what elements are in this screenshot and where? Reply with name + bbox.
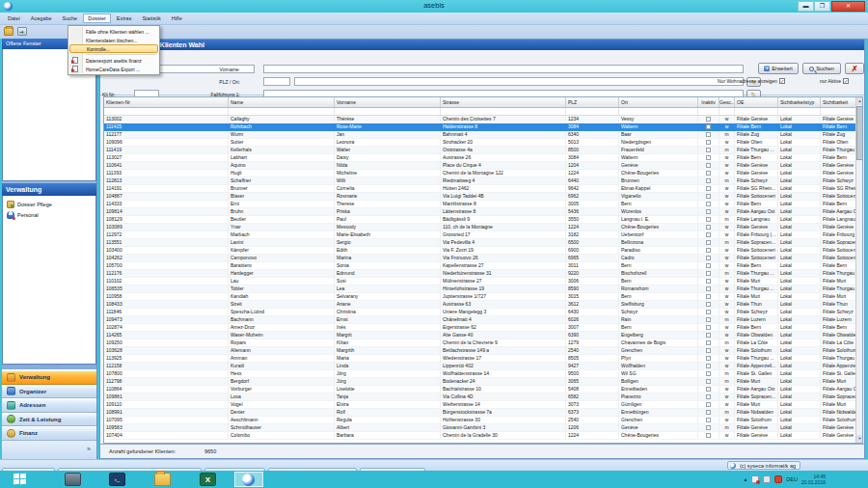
- inaktiv-checkbox[interactable]: [706, 364, 711, 368]
- table-row[interactable]: 103089 Ynar Messody 110, ch de la Montag…: [104, 224, 856, 231]
- inaktiv-checkbox[interactable]: [706, 186, 711, 191]
- inaktiv-checkbox[interactable]: [706, 402, 711, 407]
- inaktiv-checkbox[interactable]: [706, 425, 711, 430]
- column-header-strasse[interactable]: Strasse: [441, 97, 566, 107]
- inaktiv-checkbox[interactable]: [706, 163, 711, 168]
- aktive-checkbox[interactable]: ✓: [843, 78, 849, 84]
- table-row[interactable]: 113027 Labhart Daisy Austrasse 26 3084 W…: [104, 154, 856, 162]
- forward-window-icon[interactable]: [17, 27, 27, 36]
- table-row[interactable]: 109814 Bruhn Priska Lättenstrasse 8 5436…: [104, 208, 856, 216]
- plz-input[interactable]: [263, 77, 290, 86]
- inaktiv-checkbox[interactable]: [706, 379, 711, 384]
- excel-icon[interactable]: X: [200, 473, 216, 486]
- inaktiv-checkbox[interactable]: [706, 371, 711, 376]
- tray-network-icon[interactable]: [751, 475, 759, 483]
- ort-input[interactable]: [294, 77, 744, 86]
- table-row[interactable]: 109110 Vogel Elvira Weiherstrasse 14 307…: [104, 401, 856, 409]
- inaktiv-checkbox[interactable]: [706, 348, 711, 353]
- inaktiv-checkbox[interactable]: [706, 418, 711, 422]
- column-header-sichtbarkeitstyp[interactable]: Sichtbarkeitstyp: [778, 97, 821, 107]
- table-row[interactable]: 110864 Vorburger Liselotte Bachtalstrass…: [104, 386, 856, 393]
- table-row[interactable]: 102874 Amez-Droz Inès Eigerstrasse 62 30…: [104, 324, 856, 332]
- table-row[interactable]: 113925 Amman Marta Wiedenstrasse 17 8505…: [104, 355, 856, 363]
- table-row[interactable]: 113551 Lanini Sergio Via Pedevilla 4 650…: [104, 239, 856, 247]
- inaktiv-checkbox[interactable]: [706, 333, 711, 338]
- scroll-up-arrow[interactable]: ▲: [856, 97, 863, 105]
- inaktiv-checkbox[interactable]: [706, 271, 711, 276]
- inaktiv-checkbox[interactable]: [706, 387, 711, 392]
- table-row[interactable]: 112158 Kuratli Linda Lippenrüti 402 9427…: [104, 363, 856, 370]
- inaktiv-checkbox[interactable]: [706, 155, 711, 160]
- inaktiv-checkbox[interactable]: [706, 148, 711, 152]
- maximize-button[interactable]: ❐: [814, 1, 830, 12]
- menu-item[interactable]: Datei: [3, 14, 25, 23]
- inaktiv-checkbox[interactable]: [706, 178, 711, 183]
- table-row[interactable]: 103400 Kämpfer Edith Via F. Zorzi 19 690…: [104, 247, 856, 255]
- table-row[interactable]: 112177 Wurm Jan Bahnmatt 4 6340 Baar m F…: [104, 131, 856, 139]
- table-row[interactable]: 104887 Blaser Rosmarie Via Luigi Taddei …: [104, 193, 856, 201]
- table-row[interactable]: 113002 Callaghy Thérèse Chemin des Crois…: [104, 116, 856, 123]
- inaktiv-checkbox[interactable]: [706, 256, 711, 260]
- vorname-input[interactable]: [263, 65, 744, 73]
- table-row[interactable]: 114333 Erni Therese Marzilistrasse 8 300…: [104, 201, 856, 208]
- dropdown-menu-item[interactable]: Klientendaten löschen...: [69, 36, 158, 44]
- powershell-icon[interactable]: ›_: [109, 473, 125, 486]
- open-folder-icon[interactable]: [4, 27, 14, 36]
- menu-item[interactable]: Extras: [112, 14, 137, 23]
- scrollbar-thumb[interactable]: [856, 106, 863, 160]
- table-row[interactable]: 108129 Beutler Paul Bädligässli 9 3550 L…: [104, 216, 856, 224]
- nav-overflow-chevron[interactable]: »: [2, 441, 96, 459]
- table-row[interactable]: 114191 Brunner Cornelia Hütten 2462 9642…: [104, 185, 856, 193]
- sidebar-nav-button[interactable]: Verwaltung: [2, 370, 96, 385]
- column-header-sichtbarkeit[interactable]: Sichtbarkeit: [821, 97, 856, 107]
- column-header-plz[interactable]: PLZ: [566, 97, 619, 107]
- tray-message-icon[interactable]: [763, 475, 771, 483]
- sidebar-item[interactable]: Personal: [3, 209, 95, 220]
- table-row[interactable]: 106535 Tobler Lea Hinterlohstrasse 19 85…: [104, 285, 856, 293]
- column-header-vorname[interactable]: Vorname: [335, 97, 441, 107]
- table-row[interactable]: 109473 Bachmann Ernst Chänelmatt 4 6026 …: [104, 316, 856, 324]
- inaktiv-checkbox[interactable]: [706, 124, 711, 129]
- column-header-geschlecht[interactable]: Gesc...: [719, 97, 735, 107]
- table-row[interactable]: 109096 Sutter Leonora Strohacker 20 5013…: [104, 139, 856, 147]
- table-row[interactable]: 105700 Barattiero Sonia Kapellenstrasse …: [104, 262, 856, 270]
- table-row[interactable]: 112176 Hardegger Edmund Niederbürenstras…: [104, 270, 856, 278]
- inaktiv-checkbox[interactable]: [706, 286, 711, 291]
- sidebar-item[interactable]: Dossier Pflege: [3, 199, 95, 209]
- menu-item[interactable]: Ausgabe: [26, 14, 57, 23]
- inaktiv-checkbox[interactable]: [706, 132, 711, 137]
- sidebar-nav-button[interactable]: Zeit & Leistung: [2, 413, 96, 427]
- inaktiv-checkbox[interactable]: [706, 209, 711, 214]
- table-row[interactable]: 111425 Rohrbach Rose-Marie Haldenstrasse…: [104, 123, 856, 131]
- clear-search-button[interactable]: ✗: [845, 63, 864, 74]
- table-row[interactable]: 109583 Schmidhauser Albert Giovanni-Gamb…: [104, 424, 856, 432]
- column-header-ort[interactable]: Ort: [619, 97, 698, 107]
- inaktiv-checkbox[interactable]: [706, 340, 711, 345]
- taskbar-clock[interactable]: 14:45 20.01.2016: [801, 474, 826, 485]
- table-row[interactable]: 103628 Allemann Margrith Bettlachstrasse…: [104, 347, 856, 355]
- table-row[interactable]: 112972 Marbach Marie-Elisabeth Grossried…: [104, 231, 856, 239]
- table-row[interactable]: 108991 Denier Rolf Bürgenstockstrasse 7a…: [104, 409, 856, 417]
- wohnadresse-checkbox[interactable]: ✓: [779, 78, 785, 84]
- table-row[interactable]: 109881 Losa Tanja Via Collina 4D 6582 Pi…: [104, 393, 856, 401]
- inaktiv-checkbox[interactable]: [706, 217, 711, 222]
- dropdown-menu-item[interactable]: Datenexport asebis finanz: [69, 56, 158, 65]
- table-row[interactable]: 110641 Aquino Nilda Place du Cirque 4 12…: [104, 162, 856, 170]
- table-row[interactable]: 112813 Schaffner Willi Riedmattweg 4 644…: [104, 177, 856, 185]
- dropdown-menu-item[interactable]: Fälle ohne Klienten wählen ...: [69, 27, 158, 36]
- sidebar-nav-button[interactable]: Finanz: [2, 426, 96, 441]
- table-row[interactable]: 114265 Waser-Muheim Margrit Alte Gasse 4…: [104, 332, 856, 339]
- inaktiv-checkbox[interactable]: [706, 240, 711, 245]
- menu-item[interactable]: Hilfe: [167, 14, 187, 23]
- filter-row[interactable]: [104, 108, 856, 116]
- column-header-inaktiv[interactable]: Inaktiv: [698, 97, 719, 107]
- table-row[interactable]: 111846 Spescha-Lüönd Christina Untere Ma…: [104, 309, 856, 316]
- inaktiv-checkbox[interactable]: [706, 356, 711, 361]
- menu-item[interactable]: Suche: [58, 14, 83, 23]
- inaktiv-checkbox[interactable]: [706, 202, 711, 206]
- start-button[interactable]: [14, 474, 26, 485]
- inaktiv-checkbox[interactable]: [706, 294, 711, 299]
- vertical-scrollbar[interactable]: ▲ ▼: [855, 97, 862, 443]
- column-header-klienten-nr[interactable]: Klienten-Nr: [104, 97, 229, 107]
- table-row[interactable]: 112798 Bergdorf Jürg Bodenacker 24 3065 …: [104, 378, 856, 386]
